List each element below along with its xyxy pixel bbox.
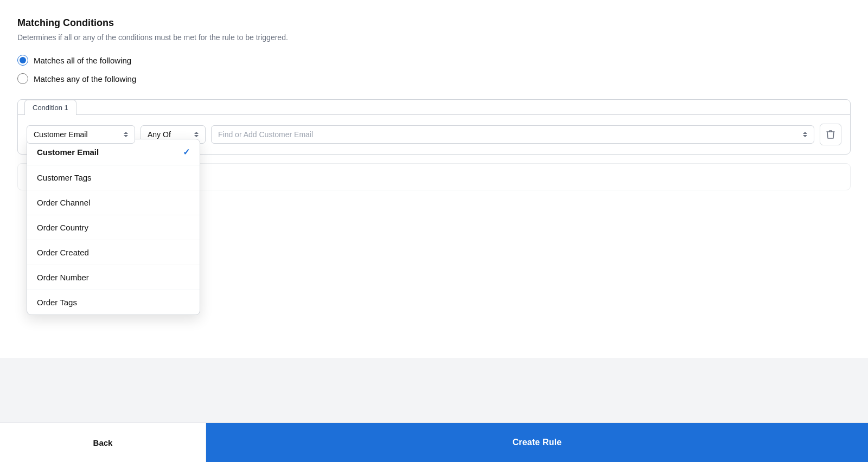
bottom-bar: Back Create Rule [0,422,868,462]
radio-group: Matches all of the following Matches any… [17,55,851,84]
operator-chevron-up-icon [194,132,199,134]
radio-all[interactable]: Matches all of the following [17,55,851,66]
condition-block-1: Condition 1 Customer Email Any Of [17,99,851,155]
condition-type-select[interactable]: Customer Email [27,125,135,144]
create-rule-button[interactable]: Create Rule [206,423,868,462]
dropdown-item-6[interactable]: Order Tags [27,290,200,315]
dropdown-item-2[interactable]: Order Channel [27,190,200,215]
operator-chevron-down-icon [194,135,199,137]
value-chevron-up-icon [803,132,807,134]
dropdown-list: Customer Email✓Customer TagsOrder Channe… [27,139,200,315]
radio-any[interactable]: Matches any of the following [17,73,851,84]
condition-type-chevron [124,132,128,137]
section-subtitle: Determines if all or any of the conditio… [17,33,851,42]
check-icon: ✓ [183,147,190,157]
delete-condition-button[interactable] [820,124,841,145]
value-placeholder: Find or Add Customer Email [218,130,313,139]
dropdown-item-5[interactable]: Order Number [27,265,200,290]
radio-any-input[interactable] [17,73,28,84]
value-chevron-down-icon [803,135,807,137]
dropdown-item-1[interactable]: Customer Tags [27,165,200,190]
radio-all-label: Matches all of the following [34,56,131,65]
condition-type-value: Customer Email [34,130,88,139]
condition-type-dropdown: Customer Email✓Customer TagsOrder Channe… [27,139,200,315]
dropdown-item-4[interactable]: Order Created [27,240,200,265]
dropdown-item-3[interactable]: Order Country [27,215,200,240]
chevron-down-icon [124,135,128,137]
gray-background [0,358,868,423]
trash-icon [826,130,835,139]
radio-all-input[interactable] [17,55,28,66]
value-chevron [803,132,807,137]
operator-value: Any Of [148,130,171,139]
bottom-bar-inner: Back Create Rule [0,423,868,462]
back-button[interactable]: Back [0,423,206,462]
section-title: Matching Conditions [17,17,851,29]
operator-chevron [194,132,199,137]
radio-any-label: Matches any of the following [34,74,136,84]
value-select[interactable]: Find or Add Customer Email [211,125,814,144]
condition-tab-1: Condition 1 [24,100,76,115]
chevron-up-icon [124,132,128,134]
